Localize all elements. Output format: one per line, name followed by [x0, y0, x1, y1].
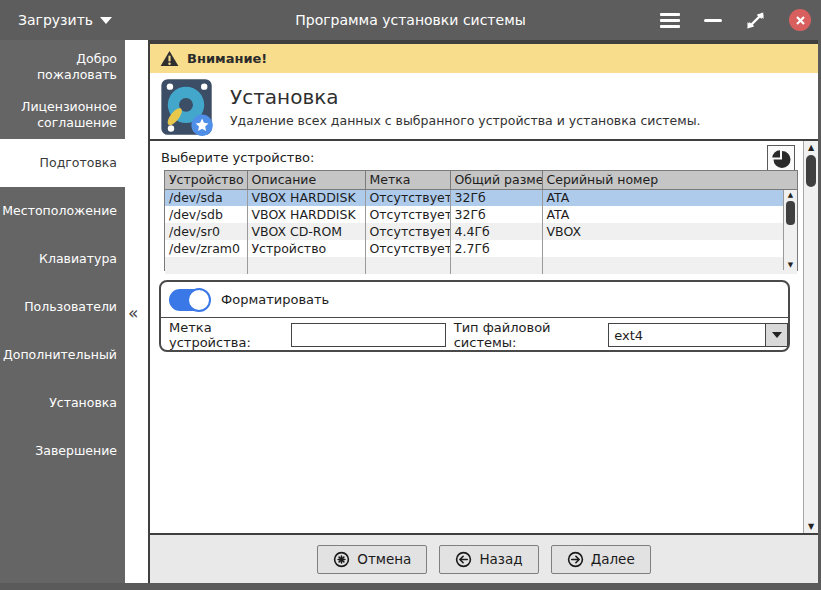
warning-banner: Внимание!: [150, 44, 818, 73]
cancel-button-label: Отмена: [357, 551, 411, 567]
back-button-label: Назад: [479, 551, 522, 567]
scroll-up-icon[interactable]: ▲: [784, 191, 797, 199]
next-button[interactable]: Далее: [551, 545, 651, 574]
col-size[interactable]: Общий размер: [450, 171, 542, 189]
arrow-right-circle-icon: [567, 551, 584, 568]
installer-window: Загрузить Программа установки системы: [0, 0, 821, 590]
main-scrollbar[interactable]: ▲ ▼: [803, 141, 818, 533]
cell-size: 32Гб: [450, 206, 542, 223]
step-subtitle: Удаление всех данных с выбранного устрой…: [230, 113, 701, 128]
step-content: Выберите устройство: Устройство Описание: [150, 141, 803, 533]
footer-bar: Отмена Назад: [150, 533, 818, 583]
cell-device: /dev/sr0: [165, 223, 247, 240]
step-body: ▲ ▼ Выберите устройство:: [150, 141, 818, 533]
sidebar-collapse-strip: «: [125, 40, 148, 583]
format-toggle-label: Форматировать: [221, 292, 329, 307]
cell-description: VBOX HARDDISK: [247, 206, 365, 223]
device-table-header: Устройство Описание Метка Общий размер С…: [165, 171, 797, 189]
sidebar-item-keyboard[interactable]: Клавиатура: [0, 235, 125, 283]
minimize-icon[interactable]: [704, 19, 722, 22]
table-row-empty: [165, 257, 797, 274]
main-panel: Внимание! Установка Удаление всех данных…: [148, 40, 818, 583]
sidebar-item-additional[interactable]: Дополнительный: [0, 331, 125, 379]
cell-serial: VBOX: [542, 223, 797, 240]
format-toggle[interactable]: [169, 289, 209, 311]
format-group: Форматировать Метка устройства: Тип файл…: [159, 280, 790, 352]
sidebar-item-users[interactable]: Пользователи: [0, 283, 125, 331]
window-bottom-edge: [0, 583, 821, 590]
cell-label: Отсутствует: [365, 189, 450, 206]
table-row[interactable]: /dev/sr0 VBOX CD-ROM Отсутствует 4.4Гб V…: [165, 223, 797, 240]
sidebar-item-location[interactable]: Местоположение: [0, 187, 125, 235]
step-header: Установка Удаление всех данных с выбранн…: [150, 73, 818, 141]
col-description[interactable]: Описание: [247, 171, 365, 189]
harddisk-icon: [156, 77, 216, 137]
main-scrollbar-thumb[interactable]: [806, 155, 816, 187]
fs-type-select[interactable]: ext4: [608, 323, 788, 347]
cell-label: Отсутствует: [365, 223, 450, 240]
window-controls: [660, 0, 811, 40]
back-button[interactable]: Назад: [439, 545, 538, 574]
sidebar-item-preparation[interactable]: Подготовка: [0, 139, 125, 187]
cell-description: Устройство: [247, 240, 365, 257]
fs-type-dropdown-button[interactable]: [765, 324, 787, 346]
device-label-input[interactable]: [291, 323, 446, 347]
cell-device: /dev/zram0: [165, 240, 247, 257]
sidebar-item-finish[interactable]: Завершение: [0, 427, 125, 475]
chevron-down-icon: [772, 332, 782, 338]
next-button-label: Далее: [591, 551, 635, 567]
close-button[interactable]: [789, 9, 811, 31]
partition-view-button[interactable]: [767, 145, 795, 173]
load-menu-label: Загрузить: [18, 12, 93, 28]
col-serial[interactable]: Серийный номер: [542, 171, 797, 189]
cell-description: VBOX CD-ROM: [247, 223, 365, 240]
table-row[interactable]: /dev/zram0 Устройство Отсутствует 2.7Гб: [165, 240, 797, 257]
cell-device: /dev/sda: [165, 189, 247, 206]
device-select-label: Выберите устройство:: [161, 150, 314, 165]
cancel-button[interactable]: Отмена: [317, 545, 427, 574]
col-label[interactable]: Метка: [365, 171, 450, 189]
cell-serial: ATA: [542, 189, 797, 206]
cell-description: VBOX HARDDISK: [247, 189, 365, 206]
hamburger-menu-icon[interactable]: [660, 13, 680, 28]
warning-text: Внимание!: [187, 51, 267, 66]
device-table: Устройство Описание Метка Общий размер С…: [164, 170, 798, 271]
cell-device: /dev/sdb: [165, 206, 247, 223]
cell-size: 2.7Гб: [450, 240, 542, 257]
pie-chart-icon: [771, 149, 791, 169]
load-menu-button[interactable]: Загрузить: [18, 12, 112, 28]
col-device[interactable]: Устройство: [165, 171, 247, 189]
sidebar-item-welcome[interactable]: Добро пожаловать: [0, 43, 125, 91]
cancel-circle-icon: [333, 551, 350, 568]
collapse-sidebar-button[interactable]: «: [128, 303, 138, 323]
sidebar-item-license[interactable]: Лицензионное соглашение: [0, 91, 125, 139]
arrow-left-circle-icon: [455, 551, 472, 568]
close-icon: [795, 15, 806, 26]
titlebar: Загрузить Программа установки системы: [0, 0, 821, 40]
table-row[interactable]: /dev/sda VBOX HARDDISK Отсутствует 32Гб …: [165, 189, 797, 206]
fs-type-value: ext4: [609, 324, 765, 346]
cell-serial: [542, 240, 797, 257]
step-title: Установка: [230, 85, 339, 109]
table-scrollbar[interactable]: ▲ ▼: [783, 190, 797, 270]
device-label-field-label: Метка устройства:: [169, 320, 289, 350]
cell-label: Отсутствует: [365, 206, 450, 223]
chevron-down-icon: [100, 17, 112, 24]
warning-icon: [160, 50, 179, 67]
table-row[interactable]: /dev/sdb VBOX HARDDISK Отсутствует 32Гб …: [165, 206, 797, 223]
cell-serial: ATA: [542, 206, 797, 223]
toggle-knob: [187, 288, 211, 312]
scroll-up-icon[interactable]: ▲: [804, 143, 818, 152]
scroll-down-icon[interactable]: ▼: [784, 261, 797, 269]
cell-size: 32Гб: [450, 189, 542, 206]
sidebar: Добро пожаловать Лицензионное соглашение…: [0, 40, 125, 583]
maximize-icon[interactable]: [746, 11, 765, 30]
table-scrollbar-thumb[interactable]: [786, 201, 795, 225]
cell-label: Отсутствует: [365, 240, 450, 257]
fs-type-label: Тип файловой системы:: [454, 320, 606, 350]
scroll-down-icon[interactable]: ▼: [804, 522, 818, 531]
cell-size: 4.4Гб: [450, 223, 542, 240]
sidebar-item-install[interactable]: Установка: [0, 379, 125, 427]
